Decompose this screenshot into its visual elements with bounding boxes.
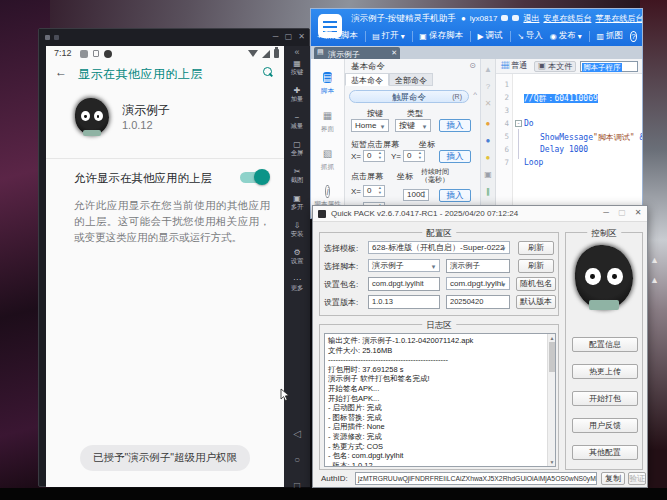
- nav-item-script[interactable]: ▤ 脚本: [311, 67, 344, 95]
- notification-icon: [93, 50, 99, 57]
- search-icon[interactable]: [263, 67, 272, 76]
- android-home-button[interactable]: ○: [284, 454, 310, 465]
- yellow-dot-icon[interactable]: ●: [481, 153, 495, 162]
- fold-toggle-icon[interactable]: -: [515, 120, 522, 127]
- key-select[interactable]: Home▾: [351, 119, 389, 132]
- sidebar-item-keys[interactable]: ▦ 按键: [284, 59, 310, 76]
- template-select[interactable]: 628-标准版（开机自启）-Super-0222▾: [368, 241, 510, 254]
- hot-update-upload-button[interactable]: 热更上传: [572, 364, 638, 379]
- click-x-input[interactable]: 0▴▾: [363, 185, 385, 197]
- other-config-button[interactable]: 其他配置: [572, 445, 638, 460]
- quickpack-titlebar[interactable]: Quick PACK v2.6.7.0417-RC1 - 2025/04/20 …: [313, 206, 647, 222]
- emulator-close-button[interactable]: ✕: [296, 32, 307, 41]
- studio-header[interactable]: 演示例子-按键精灵手机助手 ● lyx0817 退出 安卓在线后台 苹果在线后台…: [311, 9, 642, 46]
- nav-item-ui[interactable]: ▦ 界面: [311, 105, 344, 133]
- tab-close-icon[interactable]: ✕: [391, 49, 397, 57]
- blue-dot-icon[interactable]: ●: [481, 136, 495, 145]
- panel-title: 基本命令: [351, 61, 385, 73]
- chat-icon[interactable]: [501, 15, 508, 21]
- sidebar-item-fullscreen[interactable]: ▢ 全屏: [284, 140, 310, 157]
- help-icon[interactable]: ?: [481, 82, 495, 91]
- capture-button[interactable]: ▥抓图: [596, 30, 623, 42]
- nav-item-script-properties[interactable]: i 脚本属性: [311, 181, 344, 208]
- scroll-down-icon[interactable]: ▼: [548, 459, 556, 465]
- close-icon[interactable]: ✕: [481, 99, 495, 108]
- quickpack-close-button[interactable]: ✕: [631, 208, 645, 217]
- scrollbar-thumb[interactable]: [549, 342, 555, 372]
- default-version-button[interactable]: 默认版本: [516, 295, 556, 309]
- quickpack-logo-icon: [318, 210, 326, 218]
- sidebar-item-settings[interactable]: ⚙ 设置: [284, 248, 310, 265]
- pin-icon[interactable]: ⊙: [469, 61, 476, 70]
- chevron-down-icon: ▾: [499, 243, 508, 252]
- insert-tap-button[interactable]: 插入: [439, 150, 471, 163]
- permission-toggle-row[interactable]: 允许显示在其他应用的上层: [46, 168, 284, 190]
- publish-button[interactable]: ◉发布▾: [550, 30, 582, 42]
- android-backend-link[interactable]: 安卓在线后台: [543, 13, 591, 24]
- duration-input[interactable]: 1000▴▾: [403, 189, 429, 201]
- back-arrow-icon[interactable]: ←: [55, 65, 67, 79]
- save-script-button[interactable]: ▣保存脚本: [419, 30, 463, 42]
- script-name-input[interactable]: 演示例子: [446, 259, 510, 273]
- sidebar-item-volume-down[interactable]: − 减量: [284, 113, 310, 130]
- verify-button[interactable]: 验证: [628, 472, 646, 485]
- log-scrollbar[interactable]: ▲ ▼: [547, 334, 555, 466]
- sidebar-item-install[interactable]: ⇩ 安装: [284, 221, 310, 238]
- import-button[interactable]: ↘导入: [517, 30, 543, 42]
- tab-script[interactable]: ▤ 演示例子 ✕: [314, 47, 400, 59]
- tap-x-input[interactable]: 0▴▾: [363, 150, 385, 162]
- copy-button[interactable]: 复制: [601, 472, 625, 485]
- nav-item-grab[interactable]: ▧ 抓抓: [311, 143, 344, 171]
- package-select[interactable]: com.dpgt.iyylhi▾: [446, 277, 510, 290]
- sidebar-item-multi-instance[interactable]: ▣ 多开: [284, 194, 310, 211]
- insert-key-button[interactable]: 插入: [439, 119, 471, 132]
- collapse-icon[interactable]: ^: [473, 90, 477, 99]
- sidebar-item-more[interactable]: ⋯ 更多: [284, 275, 310, 292]
- start-pack-button[interactable]: 开始打包: [572, 391, 638, 406]
- refresh-script-button[interactable]: 刷新: [518, 259, 554, 273]
- tab-basic-commands[interactable]: 基本命令: [345, 73, 389, 86]
- subroutine-search-input[interactable]: 脚本子程序: [580, 61, 638, 72]
- scroll-up-icon[interactable]: ▲: [481, 65, 495, 74]
- overlay-permission-toggle[interactable]: [240, 172, 268, 183]
- script-select[interactable]: 演示例子▾: [368, 259, 440, 272]
- script-icon: ▤: [323, 72, 332, 83]
- mode-button[interactable]: ▦ 普通: [498, 61, 530, 72]
- log-output-area[interactable]: 输出文件: 演示例子-1.0.12-0420071142.apk 文件大小: 2…: [324, 333, 556, 467]
- code-editor[interactable]: ▦ 普通 ▣ 本文件 脚本子程序 1 2 3 4 5 6 7 - //Q群：60…: [496, 59, 643, 219]
- quickpack-maximize-button[interactable]: ▢: [615, 208, 629, 217]
- package-name-input[interactable]: com.dpgt.iyylhit: [368, 277, 440, 291]
- green-slashes-icon[interactable]: ∥: [481, 187, 495, 196]
- tap-y-input[interactable]: 0▴▾: [403, 150, 425, 162]
- file-scope-button[interactable]: ▣ 本文件: [534, 61, 576, 72]
- new-script-button[interactable]: +新建脚本: [317, 30, 358, 42]
- orange-dot-icon[interactable]: ●: [481, 119, 495, 128]
- touch-commands-section[interactable]: 触屏命令 (R): [349, 90, 469, 103]
- emulator-titlebar[interactable]: ─ ▢ ✕: [39, 29, 309, 46]
- version-name-input[interactable]: 20250420: [446, 295, 510, 309]
- random-package-button[interactable]: 随机包名: [516, 277, 556, 291]
- sidebar-item-volume-up[interactable]: ✚ 加量: [284, 86, 310, 103]
- key-type-select[interactable]: 按键▾: [395, 119, 431, 132]
- ios-backend-link[interactable]: 苹果在线后台: [595, 13, 643, 24]
- tab-all-commands[interactable]: 全部命令: [389, 73, 433, 86]
- version-input[interactable]: 1.0.13: [368, 295, 440, 309]
- refresh-template-button[interactable]: 刷新: [518, 241, 554, 255]
- panel-icon[interactable]: ▣: [481, 170, 495, 179]
- chat-icon[interactable]: [512, 15, 519, 21]
- logout-link[interactable]: 退出: [523, 13, 539, 24]
- sidebar-collapse-icon[interactable]: «: [284, 47, 310, 57]
- user-feedback-button[interactable]: 用户反馈: [572, 418, 638, 433]
- android-back-button[interactable]: ◁: [284, 428, 310, 439]
- emulator-maximize-button[interactable]: ▢: [283, 32, 294, 41]
- sidebar-item-screenshot[interactable]: ✂ 截图: [284, 167, 310, 184]
- insert-click-button[interactable]: 插入: [439, 189, 471, 202]
- config-info-button[interactable]: 配置信息: [572, 337, 638, 352]
- open-button[interactable]: ▤打开▾: [372, 30, 405, 42]
- help-button[interactable]: ?: [630, 31, 637, 42]
- quickpack-minimize-button[interactable]: ─: [599, 208, 613, 217]
- emulator-minimize-button[interactable]: ─: [270, 32, 281, 41]
- debug-button[interactable]: ▶调试: [477, 30, 502, 42]
- authid-input[interactable]: jzMTRGRUUwQjlFNDRFREIiLCAiZXhwaXJ5X2RhdG…: [355, 472, 597, 485]
- scroll-up-icon[interactable]: ▲: [548, 335, 556, 341]
